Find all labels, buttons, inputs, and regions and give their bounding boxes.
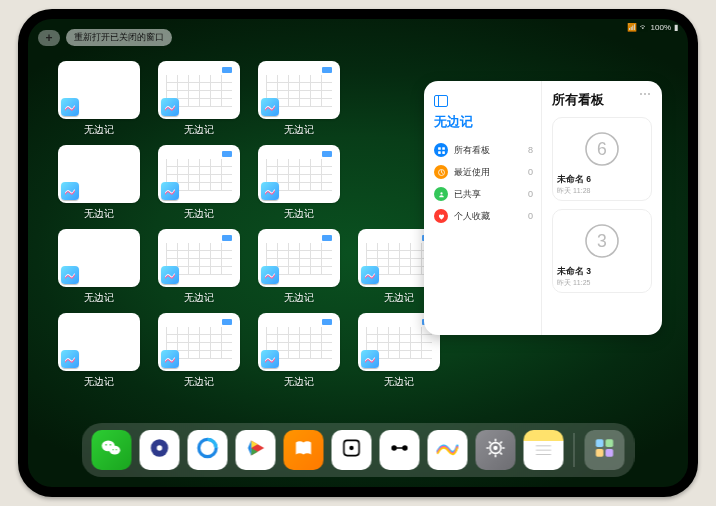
tile-thumbnail bbox=[258, 145, 340, 203]
wifi-icon: ᯤ bbox=[640, 23, 648, 32]
board-subtitle: 昨天 11:25 bbox=[557, 278, 647, 288]
board-card[interactable]: 6 未命名 6 昨天 11:28 bbox=[552, 117, 652, 201]
freeform-app-badge-icon bbox=[261, 350, 279, 368]
window-tile[interactable]: 无边记 bbox=[158, 229, 240, 305]
ipad-frame: 📶 ᯤ 100% ▮ + 重新打开已关闭的窗口 无边记 无边记 无边记 无边记 bbox=[18, 9, 698, 497]
tile-label: 无边记 bbox=[184, 207, 214, 221]
dock-app-freeform[interactable] bbox=[428, 430, 468, 470]
sidebar-item[interactable]: 个人收藏0 bbox=[434, 205, 533, 227]
freeform-panel[interactable]: 无边记 所有看板8最近使用0已共享0个人收藏0 ⋯ 所有看板 6 未命名 6 昨… bbox=[424, 81, 662, 335]
freeform-app-badge-icon bbox=[261, 182, 279, 200]
svg-rect-3 bbox=[442, 151, 445, 154]
svg-rect-1 bbox=[442, 147, 445, 150]
tile-thumbnail bbox=[258, 313, 340, 371]
svg-point-36 bbox=[493, 446, 497, 450]
tile-label: 无边记 bbox=[284, 123, 314, 137]
books-icon bbox=[291, 435, 317, 465]
board-card[interactable]: 3 未命名 3 昨天 11:25 bbox=[552, 209, 652, 293]
window-tile[interactable]: 无边记 bbox=[258, 313, 340, 389]
freeform-app-badge-icon bbox=[361, 266, 379, 284]
dock-app-browser-1[interactable] bbox=[140, 430, 180, 470]
dock bbox=[82, 423, 635, 477]
dock-app-dice[interactable] bbox=[332, 430, 372, 470]
board-name: 未命名 3 bbox=[557, 266, 647, 278]
window-tile[interactable]: 无边记 bbox=[58, 229, 140, 305]
top-nav: + 重新打开已关闭的窗口 bbox=[38, 29, 172, 46]
battery-icon: ▮ bbox=[674, 23, 678, 32]
sidebar-item-label: 最近使用 bbox=[454, 166, 490, 179]
sidebar-item-count: 0 bbox=[528, 167, 533, 177]
dock-app-play[interactable] bbox=[236, 430, 276, 470]
app-library-icon bbox=[592, 435, 618, 465]
dock-app-settings[interactable] bbox=[476, 430, 516, 470]
freeform-app-badge-icon bbox=[361, 350, 379, 368]
panel-right-title: 所有看板 bbox=[552, 91, 652, 109]
svg-line-31 bbox=[489, 453, 491, 455]
screen: 📶 ᯤ 100% ▮ + 重新打开已关闭的窗口 无边记 无边记 无边记 无边记 bbox=[28, 19, 688, 487]
window-tile[interactable]: 无边记 bbox=[158, 145, 240, 221]
tile-label: 无边记 bbox=[384, 375, 414, 389]
tile-label: 无边记 bbox=[84, 123, 114, 137]
tile-label: 无边记 bbox=[184, 123, 214, 137]
tile-label: 无边记 bbox=[84, 291, 114, 305]
svg-rect-43 bbox=[606, 449, 614, 457]
svg-line-29 bbox=[500, 453, 502, 455]
dock-app-library[interactable] bbox=[585, 430, 625, 470]
tile-label: 无边记 bbox=[384, 291, 414, 305]
more-icon[interactable]: ⋯ bbox=[639, 87, 652, 101]
tile-thumbnail bbox=[158, 313, 240, 371]
svg-point-17 bbox=[157, 445, 162, 450]
tile-label: 无边记 bbox=[284, 375, 314, 389]
reopen-closed-window-button[interactable]: 重新打开已关闭的窗口 bbox=[66, 29, 172, 46]
sidebar-item[interactable]: 所有看板8 bbox=[434, 139, 533, 161]
tile-label: 无边记 bbox=[84, 207, 114, 221]
window-tile[interactable]: 无边记 bbox=[158, 61, 240, 137]
board-subtitle: 昨天 11:28 bbox=[557, 186, 647, 196]
freeform-app-badge-icon bbox=[161, 266, 179, 284]
svg-rect-2 bbox=[438, 151, 441, 154]
svg-point-15 bbox=[116, 449, 117, 450]
sidebar-item-count: 0 bbox=[528, 211, 533, 221]
window-tile[interactable]: 无边记 bbox=[258, 61, 340, 137]
dock-app-dots[interactable] bbox=[380, 430, 420, 470]
board-sketch: 6 bbox=[557, 124, 647, 174]
freeform-app-badge-icon bbox=[161, 350, 179, 368]
new-window-button[interactable]: + bbox=[38, 30, 60, 46]
settings-icon bbox=[483, 435, 509, 465]
dock-app-books[interactable] bbox=[284, 430, 324, 470]
window-tile[interactable]: 无边记 bbox=[258, 145, 340, 221]
svg-rect-40 bbox=[596, 439, 604, 447]
window-tile[interactable]: 无边记 bbox=[158, 313, 240, 389]
dice-icon bbox=[339, 435, 365, 465]
svg-rect-41 bbox=[606, 439, 614, 447]
sidebar-item-count: 8 bbox=[528, 145, 533, 155]
sidebar-item[interactable]: 最近使用0 bbox=[434, 161, 533, 183]
board-name: 未命名 6 bbox=[557, 174, 647, 186]
window-tile[interactable]: 无边记 bbox=[58, 61, 140, 137]
sidebar-item[interactable]: 已共享0 bbox=[434, 183, 533, 205]
freeform-app-badge-icon bbox=[261, 98, 279, 116]
dots-icon bbox=[387, 435, 413, 465]
window-tile[interactable]: 无边记 bbox=[258, 229, 340, 305]
dock-app-browser-2[interactable] bbox=[188, 430, 228, 470]
window-tile[interactable]: 无边记 bbox=[58, 145, 140, 221]
window-switcher-grid: 无边记 无边记 无边记 无边记 无边记 无边记 无边记 bbox=[58, 61, 440, 389]
panel-sidebar: 无边记 所有看板8最近使用0已共享0个人收藏0 bbox=[424, 81, 542, 335]
tile-thumbnail bbox=[158, 229, 240, 287]
sidebar-toggle-icon[interactable] bbox=[434, 95, 448, 107]
browser-1-icon bbox=[147, 435, 173, 465]
panel-left-title: 无边记 bbox=[434, 113, 533, 131]
freeform-app-badge-icon bbox=[161, 182, 179, 200]
tile-label: 无边记 bbox=[284, 291, 314, 305]
tile-thumbnail bbox=[58, 61, 140, 119]
freeform-app-badge-icon bbox=[61, 98, 79, 116]
freeform-app-badge-icon bbox=[161, 98, 179, 116]
svg-point-13 bbox=[110, 444, 112, 446]
dock-app-wechat[interactable] bbox=[92, 430, 132, 470]
svg-point-5 bbox=[440, 192, 442, 194]
svg-line-33 bbox=[489, 441, 491, 443]
tile-thumbnail bbox=[258, 229, 340, 287]
window-tile[interactable]: 无边记 bbox=[58, 313, 140, 389]
dock-app-notes[interactable] bbox=[524, 430, 564, 470]
status-bar: 📶 ᯤ 100% ▮ bbox=[627, 23, 678, 32]
